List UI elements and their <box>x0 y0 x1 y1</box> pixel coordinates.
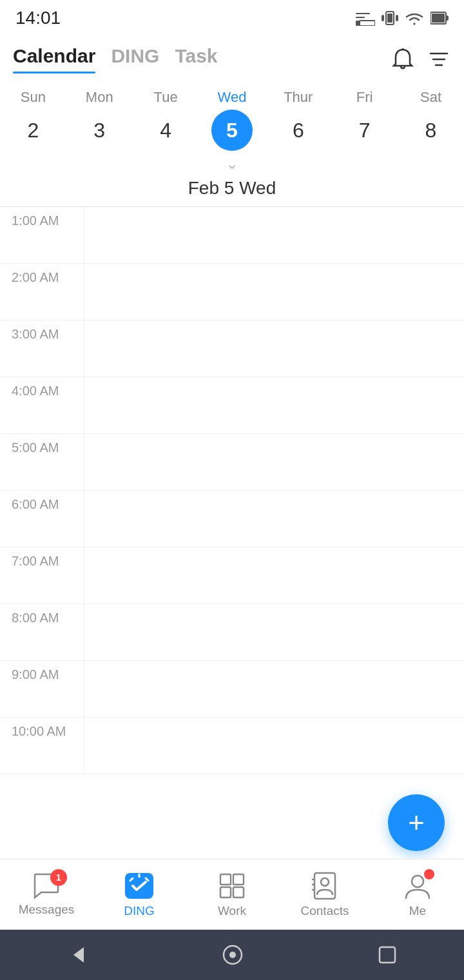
time-row-7am: 7:00 AM <box>0 547 464 604</box>
day-mon-name: Mon <box>86 89 113 106</box>
time-content-9am[interactable] <box>84 661 464 717</box>
time-label-3am: 3:00 AM <box>0 320 84 342</box>
svg-rect-19 <box>233 887 244 897</box>
nav-item-contacts[interactable]: Contacts <box>283 872 367 918</box>
day-sat-name: Sat <box>420 89 441 106</box>
selected-date-label: Feb 5 Wed <box>0 174 464 206</box>
status-bar: 14:01 <box>0 0 464 34</box>
time-content-1am[interactable] <box>84 207 464 263</box>
nav-item-work[interactable]: Work <box>190 872 274 918</box>
day-thu[interactable]: Thur 6 <box>266 89 331 151</box>
time-label-4am: 4:00 AM <box>0 377 84 398</box>
svg-point-28 <box>229 952 236 958</box>
svg-rect-6 <box>382 15 384 21</box>
day-fri[interactable]: Fri 7 <box>333 89 397 151</box>
day-sun-number: 2 <box>12 110 53 151</box>
time-row-2am: 2:00 AM <box>0 264 464 320</box>
day-tue-name: Tue <box>154 89 178 106</box>
day-mon-number: 3 <box>79 110 120 151</box>
day-sun-name: Sun <box>21 89 46 106</box>
time-label-9am: 9:00 AM <box>0 661 84 682</box>
filter-button[interactable] <box>427 47 451 72</box>
time-content-2am[interactable] <box>84 264 464 320</box>
status-icons <box>356 10 449 26</box>
back-button[interactable] <box>67 945 88 965</box>
status-time: 14:01 <box>15 8 61 28</box>
wifi-icon <box>405 11 424 25</box>
time-label-5am: 5:00 AM <box>0 434 84 455</box>
work-label: Work <box>218 904 246 918</box>
day-wed-number: 5 <box>211 110 253 151</box>
time-label-8am: 8:00 AM <box>0 604 84 625</box>
time-row-8am: 8:00 AM <box>0 604 464 661</box>
svg-rect-16 <box>220 874 231 885</box>
messages-badge: 1 <box>50 869 67 886</box>
nav-item-me[interactable]: Me <box>376 872 459 918</box>
chevron-down-icon: ⌄ <box>226 156 238 172</box>
tab-calendar[interactable]: Calendar <box>13 45 95 74</box>
cast-icon <box>356 10 375 26</box>
day-sat[interactable]: Sat 8 <box>398 89 463 151</box>
week-header: Sun 2 Mon 3 Tue 4 Wed 5 Thur 6 Fri 7 Sat… <box>0 80 464 151</box>
svg-rect-3 <box>360 21 375 26</box>
me-label: Me <box>409 904 426 918</box>
day-tue[interactable]: Tue 4 <box>133 89 198 151</box>
time-row-4am: 4:00 AM <box>0 377 464 434</box>
svg-rect-2 <box>356 13 370 14</box>
time-row-10am: 10:00 AM <box>0 718 464 774</box>
time-content-6am[interactable] <box>84 491 464 547</box>
svg-marker-26 <box>73 947 84 963</box>
work-icon <box>218 872 246 900</box>
nav-actions <box>391 47 451 72</box>
top-nav: Calendar DING Task <box>0 34 464 80</box>
nav-item-messages[interactable]: 1 Messages <box>5 873 88 917</box>
tab-task[interactable]: Task <box>175 45 217 74</box>
day-thu-name: Thur <box>284 89 313 106</box>
time-label-2am: 2:00 AM <box>0 264 84 285</box>
time-content-3am[interactable] <box>84 320 464 377</box>
day-thu-number: 6 <box>278 110 319 151</box>
messages-icon: 1 <box>32 873 61 899</box>
time-content-4am[interactable] <box>84 377 464 433</box>
time-content-5am[interactable] <box>84 434 464 490</box>
svg-rect-17 <box>233 874 244 885</box>
day-wed[interactable]: Wed 5 <box>200 89 264 151</box>
svg-point-25 <box>412 876 423 887</box>
day-fri-name: Fri <box>356 89 373 106</box>
plus-icon: + <box>408 808 425 837</box>
time-row-1am: 1:00 AM <box>0 207 464 264</box>
battery-icon <box>430 11 449 25</box>
selected-date-bar: ⌄ <box>0 151 464 174</box>
svg-point-24 <box>321 878 329 886</box>
notification-button[interactable] <box>391 47 415 72</box>
time-row-9am: 9:00 AM <box>0 661 464 718</box>
svg-rect-18 <box>220 887 231 897</box>
time-content-10am[interactable] <box>84 718 464 774</box>
nav-item-ding[interactable]: DING <box>97 872 181 918</box>
add-event-button[interactable]: + <box>388 794 445 851</box>
day-tue-number: 4 <box>145 110 186 151</box>
nav-tabs: Calendar DING Task <box>13 45 391 74</box>
me-icon <box>403 872 432 900</box>
time-row-3am: 3:00 AM <box>0 320 464 377</box>
contacts-label: Contacts <box>301 904 349 918</box>
vibrate-icon <box>382 10 398 26</box>
day-mon[interactable]: Mon 3 <box>67 89 131 151</box>
tab-ding[interactable]: DING <box>111 45 159 74</box>
ding-label: DING <box>124 904 155 918</box>
time-label-6am: 6:00 AM <box>0 491 84 512</box>
time-scroll-area[interactable]: 1:00 AM 2:00 AM 3:00 AM 4:00 AM 5:00 AM … <box>0 207 464 787</box>
time-content-7am[interactable] <box>84 547 464 603</box>
recents-button[interactable] <box>378 945 397 965</box>
svg-rect-5 <box>387 14 392 23</box>
contacts-icon <box>311 872 339 900</box>
time-content-8am[interactable] <box>84 604 464 660</box>
svg-rect-7 <box>396 15 398 21</box>
time-label-1am: 1:00 AM <box>0 207 84 228</box>
home-button[interactable] <box>221 943 244 966</box>
me-dot-badge <box>424 869 434 879</box>
day-sun[interactable]: Sun 2 <box>1 89 65 151</box>
time-row-5am: 5:00 AM <box>0 434 464 491</box>
time-label-7am: 7:00 AM <box>0 547 84 569</box>
system-nav <box>0 930 464 980</box>
